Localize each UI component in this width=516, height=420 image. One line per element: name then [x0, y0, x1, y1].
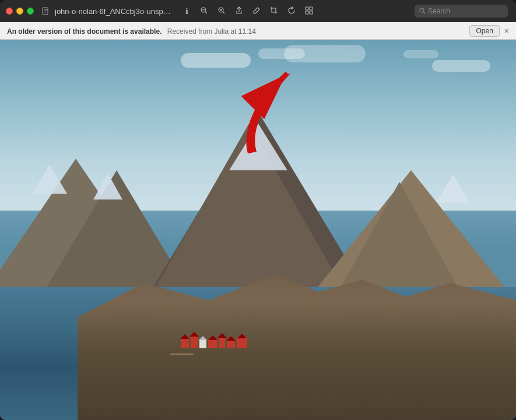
zoom-out-button[interactable] — [196, 3, 212, 19]
foreground — [0, 249, 516, 420]
rocky-land — [78, 249, 516, 420]
image-container — [0, 40, 516, 420]
search-bar[interactable]: Search — [415, 5, 508, 18]
notification-actions: Open × — [469, 25, 509, 37]
document-icon — [41, 6, 50, 16]
buildings-area — [181, 335, 247, 348]
window-title: john-o-nolan-6f_ANCcbj3o-unsplas... — [55, 7, 171, 16]
zoom-in-button[interactable] — [213, 3, 230, 19]
minimize-button[interactable] — [16, 8, 23, 15]
building-1 — [181, 338, 189, 348]
snow-left-2 — [93, 173, 122, 200]
update-icon — [287, 6, 296, 16]
cloud-1 — [181, 53, 251, 68]
title-bar: john-o-nolan-6f_ANCcbj3o-unsplas... ℹ — [0, 0, 516, 22]
pier — [170, 354, 194, 355]
close-notification-button[interactable]: × — [504, 27, 509, 35]
svg-line-5 — [205, 12, 207, 13]
svg-rect-14 — [310, 11, 313, 14]
share-icon — [235, 6, 243, 16]
traffic-lights — [6, 8, 34, 15]
building-5 — [227, 340, 235, 348]
open-button[interactable]: Open — [469, 25, 499, 37]
crop-button[interactable] — [266, 3, 282, 19]
svg-rect-12 — [310, 7, 313, 10]
zoom-out-icon — [200, 6, 208, 16]
building-4 — [219, 337, 225, 348]
update-button[interactable] — [283, 3, 300, 19]
close-button[interactable] — [6, 8, 13, 15]
notification-bold-text: An older version of this document is ava… — [7, 27, 164, 36]
grid-icon — [305, 6, 313, 16]
snow-main — [229, 124, 287, 170]
app-window: john-o-nolan-6f_ANCcbj3o-unsplas... ℹ — [0, 0, 516, 420]
landscape-image — [0, 40, 516, 420]
cloud-3 — [432, 60, 490, 72]
search-icon — [419, 8, 426, 15]
snow-right-1 — [437, 174, 469, 202]
search-placeholder: Search — [428, 7, 450, 15]
svg-line-8 — [223, 12, 224, 13]
maximize-button[interactable] — [27, 8, 34, 15]
edit-icon — [252, 6, 261, 16]
crop-icon — [270, 6, 278, 16]
building-white-1 — [199, 339, 206, 348]
svg-rect-0 — [43, 8, 48, 15]
svg-rect-11 — [306, 7, 308, 10]
svg-line-16 — [424, 12, 426, 13]
building-6 — [237, 337, 247, 348]
notification-bar: An older version of this document is ava… — [0, 22, 516, 40]
info-button[interactable]: ℹ — [178, 3, 195, 19]
cloud-5 — [284, 45, 366, 62]
building-3 — [208, 339, 217, 348]
notification-received-text: Received from Julia at 11:14 — [167, 27, 256, 36]
notification-message: An older version of this document is ava… — [7, 26, 256, 36]
zoom-in-icon — [217, 6, 226, 16]
info-icon: ℹ — [185, 7, 188, 16]
cloud-4 — [403, 50, 438, 58]
building-2 — [191, 335, 198, 348]
grid-button[interactable] — [301, 3, 317, 19]
svg-rect-13 — [306, 11, 308, 14]
toolbar: ℹ — [178, 3, 317, 19]
snow-left-1 — [32, 164, 67, 194]
svg-point-15 — [420, 8, 424, 12]
edit-button[interactable] — [248, 3, 265, 19]
share-button[interactable] — [231, 3, 247, 19]
